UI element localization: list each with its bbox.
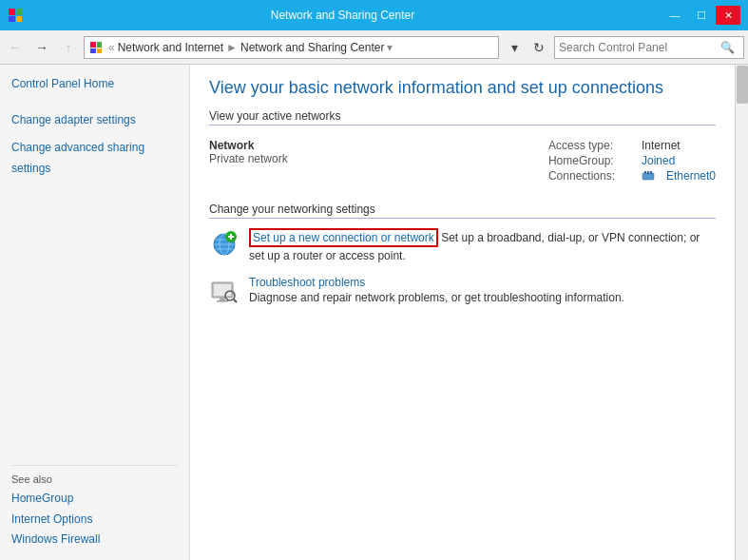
- close-button[interactable]: ✕: [716, 6, 740, 25]
- maximize-button[interactable]: ☐: [689, 6, 714, 25]
- svg-rect-14: [220, 298, 225, 300]
- svg-rect-0: [643, 173, 654, 180]
- content-area: View your basic network information and …: [190, 65, 735, 560]
- setup-connection-icon: [209, 228, 240, 259]
- troubleshoot-item: Troubleshoot problems Diagnose and repai…: [209, 276, 716, 306]
- troubleshoot-link[interactable]: Troubleshoot problems: [249, 276, 624, 289]
- setup-connection-text: Set up a new connection or network Set u…: [249, 228, 716, 262]
- refresh-button[interactable]: ↻: [527, 36, 550, 59]
- active-networks-label: View your active networks: [209, 109, 716, 126]
- breadcrumb-sep1: «: [108, 41, 115, 54]
- svg-line-17: [234, 299, 237, 302]
- search-input[interactable]: [559, 41, 720, 54]
- troubleshoot-svg: [210, 277, 239, 305]
- setup-connection-link[interactable]: Set up a new connection or network: [249, 228, 438, 247]
- change-settings-label: Change your networking settings: [209, 203, 716, 219]
- svg-rect-2: [647, 171, 649, 174]
- setup-connection-item: Set up a new connection or network Set u…: [209, 228, 716, 262]
- sidebar-internet-options[interactable]: Internet Options: [11, 510, 178, 531]
- settings-section: Set up a new connection or network Set u…: [209, 228, 716, 306]
- access-type-value: Internet: [642, 139, 681, 152]
- search-icon[interactable]: 🔍: [720, 41, 735, 54]
- forward-button[interactable]: →: [30, 36, 53, 59]
- main-layout: Control Panel Home Change adapter settin…: [0, 65, 748, 560]
- troubleshoot-desc: Diagnose and repair network problems, or…: [249, 291, 624, 304]
- network-name: Network: [209, 139, 288, 152]
- sidebar-adapter-settings[interactable]: Change adapter settings: [11, 110, 178, 131]
- sidebar-homegroup[interactable]: HomeGroup: [11, 489, 178, 510]
- breadcrumb-dropdown[interactable]: ▾: [387, 41, 393, 54]
- sidebar-see-also: See also HomeGroup Internet Options Wind…: [11, 465, 178, 550]
- connections-icon: [642, 169, 657, 183]
- minimize-button[interactable]: —: [662, 6, 687, 25]
- breadcrumb-part2[interactable]: Network and Sharing Center: [240, 41, 384, 54]
- page-title: View your basic network information and …: [209, 78, 716, 98]
- svg-rect-15: [217, 300, 228, 302]
- windows-logo: [9, 9, 22, 22]
- window-title: Network and Sharing Center: [23, 9, 662, 22]
- troubleshoot-text: Troubleshoot problems Diagnose and repai…: [249, 276, 624, 304]
- window-controls: — ☐ ✕: [662, 6, 740, 25]
- titlebar: Network and Sharing Center — ☐ ✕: [0, 0, 748, 30]
- back-button[interactable]: ←: [4, 36, 27, 59]
- new-connection-svg: [210, 229, 239, 258]
- see-also-label: See also: [11, 473, 178, 485]
- network-info-box: Network Private network Access type: Int…: [209, 135, 716, 187]
- homegroup-row: HomeGroup: Joined: [548, 154, 716, 167]
- svg-rect-3: [650, 171, 652, 174]
- ethernet-svg: [642, 169, 655, 183]
- breadcrumb-arrow: ►: [226, 41, 238, 54]
- network-name-group: Network Private network: [209, 139, 288, 165]
- breadcrumb: « Network and Internet ► Network and Sha…: [84, 36, 499, 59]
- sidebar-advanced-sharing[interactable]: Change advanced sharing settings: [11, 138, 178, 179]
- access-type-row: Access type: Internet: [548, 139, 716, 152]
- access-type-label: Access type:: [548, 139, 634, 152]
- homegroup-value[interactable]: Joined: [642, 154, 675, 167]
- dropdown-button[interactable]: ▾: [503, 36, 526, 59]
- connections-value[interactable]: Ethernet0: [666, 169, 716, 183]
- breadcrumb-icon: [90, 41, 105, 54]
- sidebar: Control Panel Home Change adapter settin…: [0, 65, 190, 560]
- scrollbar-thumb[interactable]: [737, 66, 748, 104]
- sidebar-spacer: [11, 179, 178, 465]
- up-button[interactable]: ↑: [57, 36, 80, 59]
- nav-extras: ▾ ↻: [503, 36, 550, 59]
- connections-row: Connections: Ethernet0: [548, 169, 716, 183]
- breadcrumb-part1[interactable]: Network and Internet: [118, 41, 223, 54]
- network-type: Private network: [209, 152, 288, 165]
- troubleshoot-icon: [209, 276, 240, 306]
- sidebar-windows-firewall[interactable]: Windows Firewall: [11, 530, 178, 550]
- sidebar-control-panel-home[interactable]: Control Panel Home: [11, 74, 178, 95]
- addressbar: ← → ↑ « Network and Internet ► Network a…: [0, 30, 748, 65]
- svg-rect-1: [644, 171, 646, 174]
- app-icon: [8, 8, 23, 23]
- search-box[interactable]: 🔍: [554, 36, 744, 59]
- homegroup-label: HomeGroup:: [548, 154, 634, 167]
- network-details: Access type: Internet HomeGroup: Joined …: [548, 139, 716, 183]
- scrollbar-track[interactable]: [735, 65, 748, 560]
- sidebar-links-group: Change adapter settings Change advanced …: [11, 110, 178, 180]
- connections-label: Connections:: [548, 169, 634, 183]
- svg-rect-13: [214, 284, 231, 296]
